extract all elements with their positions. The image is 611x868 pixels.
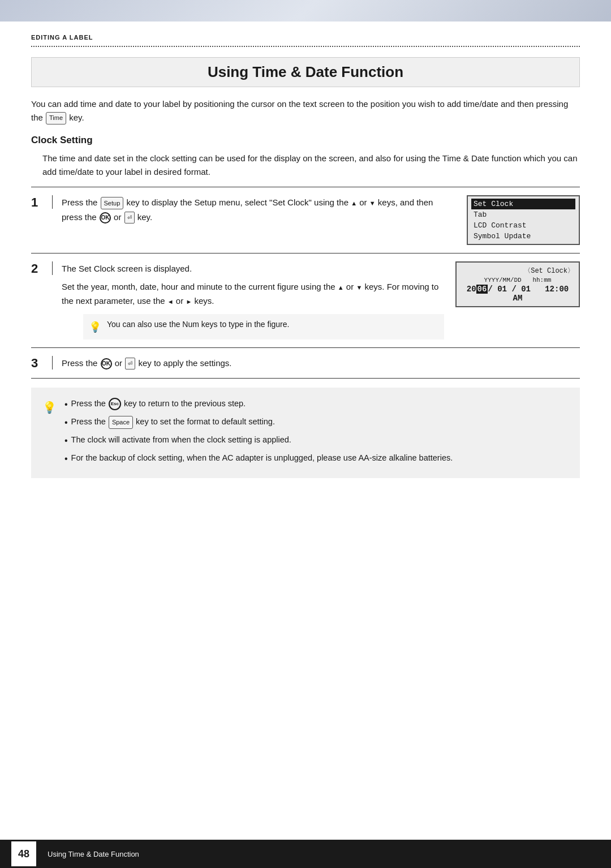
lcd-clock-format: YYYY/MM/DD hh:mm <box>461 277 574 283</box>
time-key-button: Time <box>46 112 66 124</box>
step-2-main-text: The Set Clock screen is displayed. <box>62 261 444 276</box>
clock-setting-heading: Clock Setting <box>31 135 580 146</box>
step-2-row: 2 The Set Clock screen is displayed. Set… <box>31 253 580 348</box>
steps-area: 1 Press the Setup key to display the Set… <box>31 187 580 379</box>
step-2-lcd: 〈Set Clock〉 YYYY/MM/DD hh:mm 2006/ 01 / … <box>455 261 580 307</box>
lcd-row-symbol-update: Symbol Update <box>471 231 575 242</box>
lcd-menu-screen: Set Clock Tab LCD Contrast Symbol Update <box>467 195 580 245</box>
arrow-left-step2 <box>167 296 174 306</box>
arrow-up-step2 <box>338 282 344 291</box>
note-bullets-list: Press the Esc key to return to the previ… <box>64 397 453 469</box>
arrow-down-icon <box>369 197 376 207</box>
arrow-up-icon <box>351 197 357 207</box>
footer-page-number: 48 <box>11 841 36 866</box>
space-key: Space <box>109 416 133 429</box>
step-1-text: Press the Setup key to display the Setup… <box>62 195 455 224</box>
step-2-sub-text: Set the year, month, date, hour and minu… <box>62 280 444 308</box>
top-bar <box>0 0 611 22</box>
dotted-separator <box>31 46 580 47</box>
step-2-content: The Set Clock screen is displayed. Set t… <box>62 261 580 340</box>
tip-icon: 💡 <box>89 320 101 335</box>
setup-key: Setup <box>101 197 124 210</box>
note-item-2: Press the Space key to set the format to… <box>64 415 453 431</box>
tip-text: You can also use the Num keys to type in… <box>107 319 289 330</box>
lcd-row-set-clock: Set Clock <box>471 199 575 209</box>
step-2-text: The Set Clock screen is displayed. Set t… <box>62 261 444 340</box>
step-3-content: Press the OK or ⏎ key to apply the setti… <box>62 356 580 371</box>
page-title: Using Time & Date Function <box>43 63 568 81</box>
footer-text: Using Time & Date Function <box>48 850 139 858</box>
step-1-row: 1 Press the Setup key to display the Set… <box>31 187 580 253</box>
tip-box: 💡 You can also use the Num keys to type … <box>83 314 444 340</box>
enter-icon-step1: ⏎ <box>124 212 135 224</box>
step-2-number: 2 <box>31 261 53 275</box>
note-item-4: For the backup of clock setting, when th… <box>64 451 453 467</box>
lcd-row-lcd-contrast: LCD Contrast <box>471 220 575 231</box>
ok-icon-step3: OK <box>101 358 112 369</box>
esc-icon: Esc <box>109 398 121 410</box>
section-label-area: EDITING A LABEL <box>0 22 611 44</box>
step-1-lcd: Set Clock Tab LCD Contrast Symbol Update <box>467 195 580 245</box>
ok-icon-step1: OK <box>100 212 111 224</box>
note-section: 💡 Press the Esc key to return to the pre… <box>31 388 580 478</box>
clock-setting-body: The time and date set in the clock setti… <box>42 152 580 179</box>
main-content: You can add time and date to your label … <box>0 97 611 478</box>
note-icon: 💡 <box>42 398 57 418</box>
lcd-clock-value: 2006/ 01 / 01 12:00 AM <box>461 285 574 303</box>
page-footer: 48 Using Time & Date Function <box>0 840 611 868</box>
step-3-text: Press the OK or ⏎ key to apply the setti… <box>62 356 580 371</box>
step-3-row: 3 Press the OK or ⏎ key to apply the set… <box>31 348 580 379</box>
step-1-number: 1 <box>31 195 53 209</box>
section-label-text: EDITING A LABEL <box>31 34 93 41</box>
note-item-3: The clock will activate from when the cl… <box>64 433 453 449</box>
intro-paragraph: You can add time and date to your label … <box>31 97 580 124</box>
arrow-down-step2 <box>356 282 362 291</box>
intro-text-end: key. <box>69 113 84 122</box>
note-item-1: Press the Esc key to return to the previ… <box>64 397 453 412</box>
intro-text-start: You can add time and date to your label … <box>31 99 568 122</box>
enter-icon-step3: ⏎ <box>125 358 135 369</box>
lcd-clock-title: 〈Set Clock〉 <box>461 266 574 276</box>
arrow-right-step2 <box>186 296 192 306</box>
lcd-row-tab: Tab <box>471 209 575 220</box>
lcd-clock-screen: 〈Set Clock〉 YYYY/MM/DD hh:mm 2006/ 01 / … <box>455 261 580 307</box>
lcd-cursor: 06 <box>476 285 488 294</box>
step-3-number: 3 <box>31 356 53 369</box>
page-title-box: Using Time & Date Function <box>31 57 580 87</box>
step-1-content: Press the Setup key to display the Setup… <box>62 195 580 245</box>
